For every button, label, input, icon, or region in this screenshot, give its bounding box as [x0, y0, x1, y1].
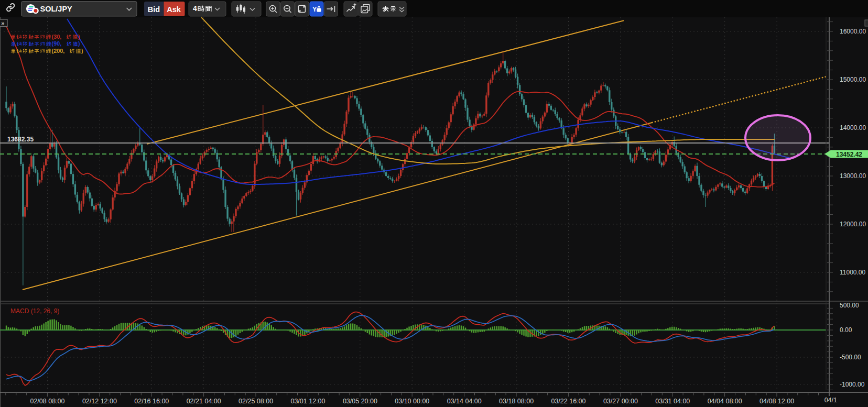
svg-text:03/18 08:00: 03/18 08:00	[499, 398, 534, 405]
svg-text:Ask: Ask	[167, 5, 181, 14]
svg-text:): )	[78, 34, 80, 40]
svg-text:13682.35: 13682.35	[7, 136, 34, 143]
svg-text:15000.00: 15000.00	[840, 76, 866, 83]
svg-text:): )	[81, 48, 83, 54]
svg-text:Y: Y	[312, 6, 317, 13]
svg-text:03/01 12:00: 03/01 12:00	[290, 398, 325, 405]
svg-text:16000.00: 16000.00	[840, 28, 866, 35]
svg-text:03/05 20:00: 03/05 20:00	[343, 398, 377, 405]
svg-text:(90,: (90,	[52, 40, 62, 47]
svg-text:500.00: 500.00	[840, 302, 859, 309]
svg-text:11000.00: 11000.00	[840, 269, 865, 276]
svg-text:04/04 08:00: 04/04 08:00	[708, 398, 742, 405]
svg-text:03/31 04:00: 03/31 04:00	[655, 398, 690, 405]
svg-text:-1000.00: -1000.00	[840, 381, 865, 388]
svg-text:02/25 08:00: 02/25 08:00	[238, 398, 273, 405]
svg-text:02/12 12:00: 02/12 12:00	[82, 398, 117, 405]
svg-text:03/27 00:00: 03/27 00:00	[603, 398, 638, 405]
svg-text:SOL/JPY: SOL/JPY	[40, 5, 73, 13]
svg-text:13452.42: 13452.42	[836, 151, 862, 158]
svg-text:): )	[78, 40, 80, 47]
svg-text:02/21 04:00: 02/21 04:00	[187, 398, 221, 405]
svg-text:4: 4	[193, 4, 197, 13]
svg-text:03/14 04:00: 03/14 04:00	[447, 398, 482, 405]
svg-text:02/08 08:00: 02/08 08:00	[30, 398, 64, 405]
svg-text:12000.00: 12000.00	[840, 221, 866, 228]
svg-text:13000.00: 13000.00	[840, 172, 866, 180]
svg-text:02/16 16:00: 02/16 16:00	[134, 398, 169, 405]
svg-text:(200,: (200,	[52, 48, 65, 54]
svg-text:-500.00: -500.00	[840, 354, 861, 361]
svg-text:»: »	[1, 20, 4, 26]
svg-text:MACD (12, 26, 9): MACD (12, 26, 9)	[10, 307, 59, 315]
svg-text:03/10 00:00: 03/10 00:00	[395, 398, 429, 405]
svg-text:(30,: (30,	[52, 34, 62, 40]
svg-text:03/22 16:00: 03/22 16:00	[551, 398, 585, 405]
svg-text:04/08 12:00: 04/08 12:00	[760, 398, 794, 405]
svg-text:Bid: Bid	[148, 5, 160, 14]
svg-text:0.00: 0.00	[840, 326, 852, 334]
svg-text:04/1: 04/1	[824, 397, 837, 404]
svg-text:14000.00: 14000.00	[840, 124, 866, 131]
